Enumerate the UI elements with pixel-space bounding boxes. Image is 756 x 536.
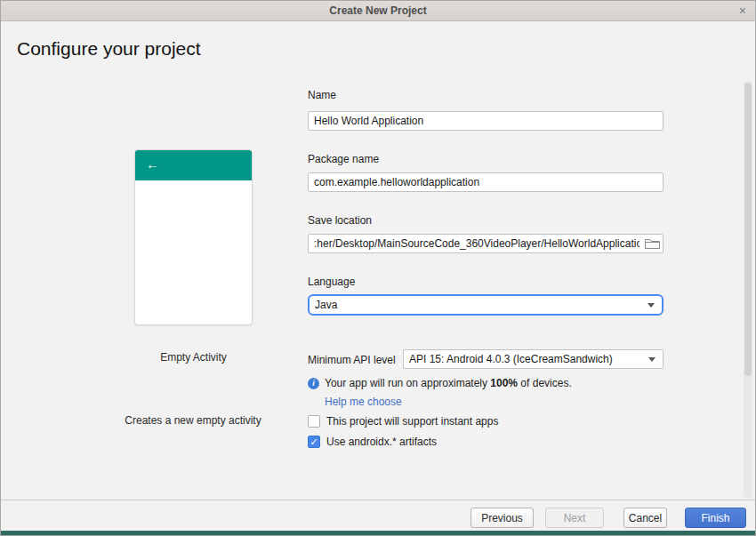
- scrollbar-thumb[interactable]: [744, 83, 752, 376]
- save-location-label: Save location: [308, 214, 372, 227]
- minimum-api-level-dropdown-value: API 15: Android 4.0.3 (IceCreamSandwich): [409, 353, 613, 365]
- create-new-project-dialog: Create New Project × Configure your proj…: [0, 0, 756, 536]
- androidx-checkbox-label: Use androidx.* artifacts: [326, 436, 437, 448]
- template-preview-header: ←: [135, 150, 252, 180]
- folder-icon[interactable]: [644, 236, 661, 251]
- name-label: Name: [308, 89, 336, 101]
- androidx-checkbox[interactable]: ✓: [308, 436, 320, 448]
- language-dropdown[interactable]: Java: [308, 294, 664, 316]
- instant-apps-checkbox[interactable]: ✓: [308, 415, 320, 428]
- package-name-label: Package name: [308, 153, 379, 165]
- page-title: Configure your project: [17, 38, 201, 60]
- titlebar: Create New Project ×: [1, 1, 755, 21]
- chevron-down-icon: [647, 303, 655, 308]
- name-input[interactable]: [308, 111, 664, 131]
- info-icon: i: [308, 378, 319, 389]
- window-title: Create New Project: [1, 4, 755, 17]
- minimum-api-level-dropdown[interactable]: API 15: Android 4.0.3 (IceCreamSandwich): [403, 349, 664, 369]
- help-me-choose-link[interactable]: Help me choose: [325, 396, 402, 408]
- vertical-scrollbar[interactable]: [744, 81, 752, 499]
- api-info-prefix: Your app will run on approximately: [325, 377, 490, 389]
- template-description: Creates a new empty activity: [97, 414, 289, 427]
- close-icon[interactable]: ×: [739, 4, 746, 18]
- language-label: Language: [308, 276, 355, 288]
- cancel-button[interactable]: Cancel: [623, 508, 667, 528]
- api-info-percent: 100%: [490, 377, 518, 389]
- template-name: Empty Activity: [134, 351, 253, 364]
- api-info-suffix: of devices.: [518, 377, 572, 389]
- finish-button[interactable]: Finish: [685, 508, 746, 528]
- minimum-api-level-label: Minimum API level: [308, 354, 396, 366]
- back-arrow-icon: ←: [146, 156, 159, 172]
- chevron-down-icon: [648, 357, 655, 362]
- next-button: Next: [545, 508, 604, 528]
- instant-apps-checkbox-label: This project will support instant apps: [326, 415, 498, 428]
- package-name-input[interactable]: [308, 172, 664, 192]
- language-dropdown-value: Java: [315, 299, 337, 311]
- check-icon: ✓: [309, 436, 319, 447]
- previous-button[interactable]: Previous: [470, 508, 534, 528]
- dialog-footer: Previous Next Cancel Finish: [1, 500, 755, 532]
- template-preview-card: ←: [134, 149, 253, 325]
- window-bottom-edge: [1, 531, 755, 535]
- api-info-text: Your app will run on approximately 100% …: [325, 377, 572, 389]
- save-location-input[interactable]: [308, 234, 664, 253]
